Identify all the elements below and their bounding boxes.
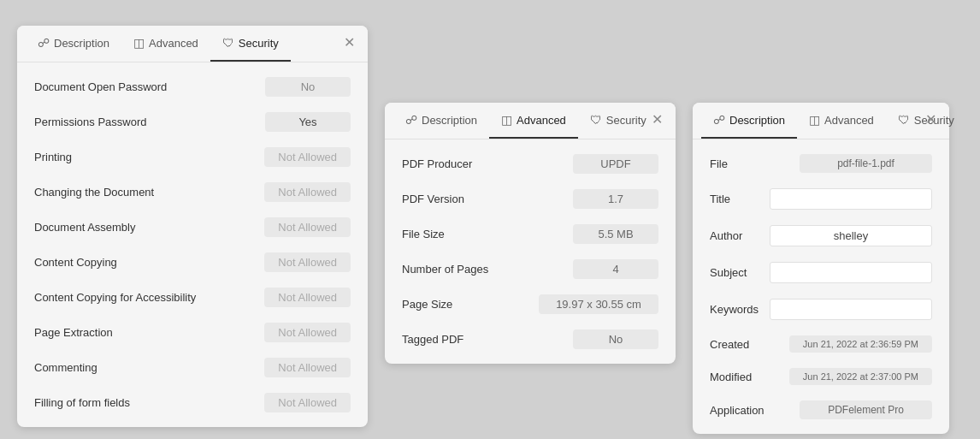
tagged-pdf-value: No [573, 329, 658, 349]
subject-input[interactable] [770, 262, 932, 283]
content-copying-value: Not Allowed [264, 252, 351, 272]
row-pdf-producer: PDF Producer UPDF [385, 146, 676, 181]
page-extraction-value: Not Allowed [264, 323, 351, 342]
content-copying-accessibility-label: Content Copying for Accessibility [34, 291, 196, 304]
advanced-icon-desc: ◫ [809, 113, 820, 127]
row-document-assembly: Document Assembly Not Allowed [17, 210, 368, 245]
file-size-value: 5.5 MB [573, 224, 658, 244]
close-button-desc[interactable]: ✕ [921, 111, 941, 128]
pdf-producer-value: UPDF [573, 154, 658, 174]
row-content-copying: Content Copying Not Allowed [17, 245, 368, 280]
advanced-icon-adv: ◫ [501, 113, 512, 127]
permissions-password-label: Permissions Password [34, 116, 147, 128]
row-title: Title [693, 181, 949, 217]
description-panel-body: File pdf-file-1.pdf Title Author Subject… [693, 139, 949, 434]
tab-advanced-adv-label: Advanced [517, 114, 566, 127]
tab-description[interactable]: ☍ Description [26, 26, 121, 62]
tab-advanced-adv[interactable]: ◫ Advanced [489, 103, 578, 139]
page-size-value: 19.97 x 30.55 cm [539, 294, 658, 314]
tagged-pdf-label: Tagged PDF [402, 333, 463, 346]
tab-security-label: Security [239, 37, 279, 50]
description-panel-header: ☍ Description ◫ Advanced 🛡 Security ✕ [693, 103, 949, 139]
file-label: File [710, 157, 728, 170]
doc-open-password-value: No [265, 77, 351, 97]
tab-advanced[interactable]: ◫ Advanced [121, 26, 210, 62]
changing-document-label: Changing the Document [34, 186, 154, 199]
printing-value: Not Allowed [264, 147, 351, 167]
author-label: Author [710, 229, 742, 242]
row-modified: Modified Jun 21, 2022 at 2:37:00 PM [693, 360, 949, 393]
security-panel-header: ☍ Description ◫ Advanced 🛡 Security ✕ [17, 26, 368, 62]
description-icon-desc: ☍ [713, 113, 725, 127]
commenting-label: Commenting [34, 361, 97, 374]
tab-advanced-desc[interactable]: ◫ Advanced [797, 103, 886, 139]
pdf-version-label: PDF Version [402, 193, 464, 205]
filling-form-fields-label: Filling of form fields [34, 396, 130, 409]
security-icon-adv: 🛡 [590, 113, 602, 127]
keywords-label: Keywords [710, 303, 759, 316]
page-size-label: Page Size [402, 298, 452, 311]
row-filling-form-fields: Filling of form fields Not Allowed [17, 385, 368, 420]
num-pages-label: Number of Pages [402, 263, 488, 276]
title-input[interactable] [770, 188, 932, 210]
description-icon: ☍ [38, 36, 50, 50]
row-pdf-version: PDF Version 1.7 [385, 181, 676, 217]
modified-value: Jun 21, 2022 at 2:37:00 PM [789, 368, 932, 385]
row-printing: Printing Not Allowed [17, 139, 368, 175]
created-value: Jun 21, 2022 at 2:36:59 PM [789, 335, 932, 353]
advanced-panel: ☍ Description ◫ Advanced 🛡 Security ✕ PD… [385, 103, 676, 364]
row-page-size: Page Size 19.97 x 30.55 cm [385, 287, 676, 322]
document-assembly-label: Document Assembly [34, 221, 136, 234]
row-commenting: Commenting Not Allowed [17, 350, 368, 385]
row-doc-open-password: Document Open Password No [17, 69, 368, 104]
row-content-copying-accessibility: Content Copying for Accessibility Not Al… [17, 280, 368, 315]
description-icon-adv: ☍ [405, 113, 417, 127]
security-icon-desc: 🛡 [898, 113, 910, 127]
subject-label: Subject [710, 266, 747, 279]
keywords-input[interactable] [770, 299, 932, 320]
num-pages-value: 4 [573, 259, 658, 279]
pdf-producer-label: PDF Producer [402, 157, 472, 170]
doc-open-password-label: Document Open Password [34, 80, 167, 93]
filling-form-fields-value: Not Allowed [264, 393, 351, 412]
tab-description-desc[interactable]: ☍ Description [701, 103, 797, 139]
pdf-version-value: 1.7 [573, 189, 658, 209]
row-keywords: Keywords [693, 291, 949, 328]
row-num-pages: Number of Pages 4 [385, 252, 676, 287]
commenting-value: Not Allowed [264, 358, 351, 377]
printing-label: Printing [34, 151, 72, 163]
tab-description-adv[interactable]: ☍ Description [393, 103, 489, 139]
close-button[interactable]: ✕ [339, 34, 359, 51]
row-tagged-pdf: Tagged PDF No [385, 322, 676, 357]
tab-description-desc-label: Description [729, 114, 785, 127]
tab-advanced-label: Advanced [149, 37, 198, 50]
changing-document-value: Not Allowed [264, 182, 351, 202]
title-label: Title [710, 193, 730, 205]
modified-label: Modified [710, 371, 752, 383]
tab-description-label: Description [54, 37, 109, 50]
author-input[interactable] [770, 225, 932, 246]
application-value: PDFelement Pro [800, 400, 932, 419]
row-file: File pdf-file-1.pdf [693, 146, 949, 181]
advanced-panel-header: ☍ Description ◫ Advanced 🛡 Security ✕ [385, 103, 676, 139]
application-label: Application [710, 404, 765, 417]
file-value: pdf-file-1.pdf [800, 154, 932, 173]
description-panel: ☍ Description ◫ Advanced 🛡 Security ✕ Fi… [693, 103, 949, 434]
page-extraction-label: Page Extraction [34, 326, 113, 339]
row-created: Created Jun 21, 2022 at 2:36:59 PM [693, 328, 949, 360]
close-button-adv[interactable]: ✕ [647, 111, 667, 128]
row-file-size: File Size 5.5 MB [385, 217, 676, 252]
document-assembly-value: Not Allowed [264, 217, 351, 237]
tab-advanced-desc-label: Advanced [824, 114, 874, 127]
content-copying-accessibility-value: Not Allowed [264, 288, 351, 307]
row-application: Application PDFelement Pro [693, 393, 949, 427]
tab-security-adv[interactable]: 🛡 Security [578, 103, 658, 139]
tab-security[interactable]: 🛡 Security [210, 26, 291, 62]
security-panel: ☍ Description ◫ Advanced 🛡 Security ✕ Do… [17, 26, 368, 427]
advanced-panel-body: PDF Producer UPDF PDF Version 1.7 File S… [385, 139, 676, 364]
row-permissions-password: Permissions Password Yes [17, 104, 368, 139]
advanced-icon: ◫ [133, 36, 145, 50]
content-copying-label: Content Copying [34, 256, 117, 269]
tab-description-adv-label: Description [422, 114, 477, 127]
security-panel-body: Document Open Password No Permissions Pa… [17, 62, 368, 427]
